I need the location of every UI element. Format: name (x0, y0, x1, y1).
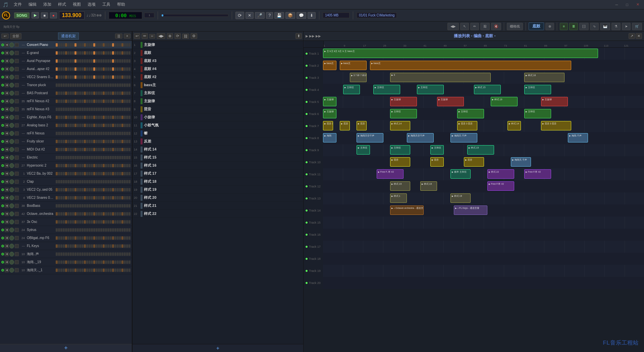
playlist-block[interactable]: 主和弦 (373, 85, 400, 94)
playlist-block[interactable]: 样式 15 (467, 145, 494, 155)
instrument-row[interactable]: ◀ — Aural Psynapse (0, 57, 132, 65)
instrument-row[interactable]: ◀ 24 Sytrus (0, 226, 132, 234)
inst-toggle[interactable]: ◀ (5, 244, 9, 248)
instrument-row[interactable]: ◀ 27 Hypersonic 2 (0, 162, 132, 170)
pattern-row[interactable]: 19 样式 19 (132, 186, 303, 194)
inst-name[interactable]: 海阔..声 (25, 252, 55, 256)
playlist-block[interactable]: 琵音 (390, 157, 410, 167)
window-minimize[interactable]: ─ (613, 3, 620, 7)
inst-toggle[interactable]: ◀ (5, 59, 9, 63)
inst-solo[interactable] (15, 196, 19, 200)
pattern-row[interactable]: 8 主旋律 (132, 97, 303, 105)
playlist-block[interactable]: 主和弦 (524, 85, 551, 94)
playlist-block[interactable]: 样式 14 (390, 121, 410, 130)
instrument-row[interactable]: ◀ 37 3x Osc (0, 218, 132, 226)
back-btn[interactable]: ↩ (1, 34, 9, 39)
paint-btn[interactable]: ✏ (470, 23, 479, 30)
inst-toggle[interactable]: ◀ (5, 148, 9, 152)
track-blocks-area[interactable]: 主和弦 主和弦 主和弦 样式 15 主和弦 (323, 84, 644, 96)
playlist-block[interactable]: bass主 (323, 61, 336, 70)
instrument-row[interactable]: ◀ — Concert Piano (0, 41, 132, 49)
window-close[interactable]: ✕ (634, 2, 641, 7)
inst-solo[interactable] (15, 51, 19, 55)
inst-name[interactable]: Hypersonic 2 (25, 164, 55, 167)
inst-solo[interactable] (15, 123, 19, 127)
pattern-row[interactable]: 3 底鼓 #3 (132, 57, 303, 65)
playlist-block[interactable]: 琵音 (357, 121, 367, 130)
instrument-row[interactable]: ◀ 2 Clap (0, 178, 132, 186)
playlist-block[interactable]: 主和弦 (457, 109, 484, 118)
grid-btn1[interactable]: ≡ (560, 23, 568, 30)
wave-btn[interactable]: ∿ (590, 23, 599, 30)
instrument-row[interactable]: ◀ — E-grand (0, 49, 132, 57)
drum-label[interactable]: 底鼓 (529, 22, 544, 30)
inst-mute-btn[interactable] (9, 244, 14, 248)
inst-name[interactable]: reFX Nexus #3 (25, 107, 55, 111)
pattern-row[interactable]: 17 样式 17 (132, 170, 303, 178)
instrument-row[interactable]: ◀ — Fruity slicer (0, 137, 132, 145)
inst-name[interactable]: Eightie..Keys F6 (25, 115, 55, 119)
add-instrument-btn[interactable]: + (0, 344, 132, 352)
playlist-block[interactable]: Free F.率 #2 (487, 181, 514, 191)
playlist-block[interactable]: 琵音 3 琵音 3 琵音 3 (323, 121, 333, 130)
inst-mute-btn[interactable] (9, 91, 14, 96)
instrument-row[interactable]: ◀ — Electric (0, 154, 132, 162)
pattern-row[interactable]: 16 样式 16 (132, 162, 303, 170)
inst-name[interactable]: Aural Psynapse (25, 59, 55, 63)
pattern-row[interactable]: 12 镲 (132, 129, 303, 137)
track-blocks-area[interactable]: 样式 1 样式 19 (323, 192, 644, 204)
inst-toggle[interactable]: ◀ (5, 212, 9, 216)
inst-solo[interactable] (15, 91, 19, 95)
inst-mute-btn[interactable] (9, 131, 14, 136)
pat-solo[interactable]: ⊕ (167, 33, 173, 39)
inst-name[interactable]: OBligat..mp F6 (25, 236, 55, 240)
inst-name[interactable]: E-grand (25, 51, 55, 55)
inst-name[interactable]: Trance pluck (25, 83, 55, 87)
inst-name[interactable]: Sytrus (25, 228, 55, 232)
inst-toggle[interactable]: ◀ (5, 83, 9, 87)
playlist-block[interactable]: 主旋律 (541, 97, 568, 106)
timeline-slider[interactable] (161, 14, 228, 17)
instrument-row[interactable]: ◀ 27 Analog bass 2 (0, 121, 132, 129)
inst-solo[interactable] (15, 164, 19, 168)
inst-mute-btn[interactable] (9, 228, 14, 232)
playlist-block[interactable]: 海阔天空干声 (357, 133, 383, 142)
pattern-row[interactable]: 18 样式 18 (132, 178, 303, 186)
inst-name[interactable]: Octave..orchestra (25, 212, 55, 216)
track-blocks-area[interactable] (323, 229, 644, 241)
inst-mute-btn[interactable] (9, 260, 14, 265)
bars-icon[interactable]: ||| (115, 34, 122, 39)
add-pattern-btn[interactable]: + (132, 344, 303, 352)
inst-name[interactable]: 海阔.._19 (25, 260, 55, 265)
record-btn[interactable]: ● (50, 12, 57, 18)
browser-btn[interactable]: 💾 (274, 12, 284, 19)
instrument-row[interactable]: ◀ — Trance pluck (0, 81, 132, 89)
pattern-row[interactable]: 11 小鼓气氛 (132, 121, 303, 129)
inst-name[interactable]: BAS Postcard (25, 91, 55, 95)
instrument-row[interactable]: ◀ — Eightie..Keys F6 (0, 113, 132, 121)
inst-toggle[interactable]: ◀ (5, 91, 9, 95)
pattern-row[interactable]: 1 主旋律 (132, 41, 303, 49)
tracks-container[interactable]: Track 1 主 b主 b主 b主 b 主 bass主 Track 2 bas… (304, 48, 644, 352)
inst-toggle[interactable]: ◀ (5, 131, 9, 135)
inst-mute-btn[interactable] (9, 252, 14, 256)
stop-btn[interactable]: ■ (41, 12, 48, 18)
inst-solo[interactable] (15, 83, 19, 87)
instrument-row[interactable]: ◀ 42 Octave..orchestra (0, 210, 132, 218)
inst-mute-btn[interactable] (9, 147, 14, 152)
inst-name[interactable]: MIDI Out #2 (25, 148, 55, 151)
plugin-btn[interactable]: 📦 (285, 12, 295, 19)
inst-solo[interactable] (15, 115, 19, 119)
inst-mute-btn[interactable] (9, 268, 14, 273)
instrument-row[interactable]: ◀ — VEC2 Snares 028 (0, 73, 132, 81)
playlist-block[interactable]: 主旋律 (323, 109, 336, 118)
inst-name[interactable]: 3x Osc (25, 220, 55, 224)
inst-solo[interactable] (15, 260, 19, 264)
pat-nav-left[interactable]: ↩ (134, 33, 140, 39)
help-btn[interactable]: ? (266, 12, 273, 19)
playlist-block[interactable]: bass主 (340, 61, 367, 70)
inst-solo[interactable] (15, 204, 19, 208)
inst-mute-btn[interactable] (9, 99, 14, 104)
inst-name[interactable]: Clap (25, 180, 55, 183)
playlist-block[interactable]: 主旋律 (323, 97, 336, 106)
